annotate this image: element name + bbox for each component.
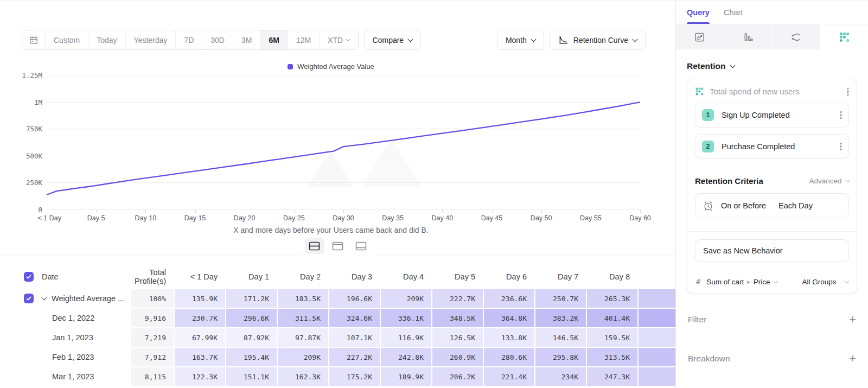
step-label: Purchase Completed: [722, 142, 832, 151]
range-custom[interactable]: Custom: [45, 30, 88, 49]
kebab-menu-icon[interactable]: [840, 111, 842, 119]
groups-dropdown[interactable]: All Groups: [802, 278, 848, 286]
property-arrow-icon: ▸: [747, 278, 750, 285]
tab-chart-label: Chart: [724, 8, 743, 17]
criteria-condition: On or Before: [721, 201, 766, 210]
row-checkbox[interactable]: [24, 272, 34, 282]
advanced-label: Advanced: [809, 177, 841, 185]
calendar-button[interactable]: [22, 30, 45, 49]
range-3m[interactable]: 3M: [233, 30, 260, 49]
column-header: Day 6: [484, 272, 534, 281]
chevron-down-icon: [531, 36, 536, 42]
value-cell: 189.9K: [381, 367, 431, 386]
tab-retention[interactable]: [820, 24, 868, 49]
compare-label: Compare: [373, 36, 404, 44]
kebab-menu-icon[interactable]: [847, 87, 849, 96]
range-12m[interactable]: 12M: [288, 30, 319, 49]
range-today[interactable]: Today: [88, 30, 125, 49]
report-kind-dropdown[interactable]: Retention: [676, 61, 868, 71]
toggle-split-view[interactable]: [305, 238, 324, 254]
x-tick-label: Day 60: [629, 214, 651, 222]
x-tick-label: Day 35: [382, 214, 404, 222]
range-30d[interactable]: 30D: [202, 30, 233, 49]
x-tick-label: Day 30: [333, 214, 354, 222]
retention-criteria-header: Retention Criteria Advanced: [695, 176, 849, 186]
range-yesterday[interactable]: Yesterday: [125, 30, 176, 49]
value-cell: 383.2K: [535, 309, 586, 327]
chevron-down-icon: [346, 37, 350, 41]
retention-table: DateTotal Profile(s)< 1 DayDay 1Day 2Day…: [0, 256, 675, 388]
calendar-icon: [29, 35, 39, 45]
retention-curve-icon: [558, 35, 569, 44]
toggle-chart-view[interactable]: [328, 238, 348, 254]
column-header: Day 2: [278, 272, 328, 281]
value-cell: 209K: [381, 289, 431, 308]
save-behavior-button[interactable]: Save as New Behavior: [695, 239, 849, 262]
value-cell: 97.87K: [278, 328, 328, 347]
filter-label: Filter: [688, 315, 706, 325]
tab-query[interactable]: Query: [687, 1, 710, 24]
tab-funnels[interactable]: [724, 24, 772, 49]
value-cell: 196.6K: [329, 289, 380, 308]
y-tick-label: 250K: [26, 179, 42, 187]
expand-caret-icon[interactable]: [42, 295, 47, 300]
column-header: Day 7: [535, 272, 586, 281]
row-checkbox[interactable]: [24, 294, 34, 303]
toggle-table-view[interactable]: [352, 238, 371, 254]
add-breakdown-button[interactable]: +: [849, 353, 856, 365]
measure-property[interactable]: Price: [754, 278, 770, 286]
value-cell: 146.5K: [535, 328, 586, 347]
table-row: Mar 1, 20238,115122.3K151.1K162.3K175.2K…: [0, 367, 675, 386]
range-7d[interactable]: 7D: [175, 30, 202, 49]
retention-criteria-row[interactable]: On or Before Each Day: [695, 193, 849, 218]
report-toolbar: CustomTodayYesterday7D30D3M6M12MXTD Comp…: [22, 30, 646, 50]
chevron-down-icon: [408, 36, 413, 42]
granularity-button[interactable]: Month: [497, 30, 544, 50]
column-header: Date: [0, 272, 130, 282]
value-cell: 311.5K: [278, 309, 328, 327]
tab-flows[interactable]: [773, 24, 820, 49]
add-filter-button[interactable]: +: [849, 314, 856, 326]
behavior-step[interactable]: 1Sign Up Completed: [695, 103, 849, 128]
value-cell: 195.4K: [226, 348, 277, 366]
alarm-clock-icon: [703, 200, 714, 212]
total-profiles-cell: 100%: [131, 289, 174, 308]
retention-criteria-label: Retention Criteria: [695, 176, 763, 186]
value-cell: 364.8K: [484, 309, 534, 327]
kebab-menu-icon[interactable]: [840, 142, 842, 151]
panel-tabs: Query Chart: [676, 1, 868, 24]
query-panel: Query Chart: [675, 1, 868, 388]
value-cell: 265.3K: [587, 289, 637, 308]
chart-type-label: Retention Curve: [573, 36, 628, 44]
retention-glyph-icon: [695, 87, 704, 96]
measure-event[interactable]: Sum of cart: [706, 278, 744, 286]
number-property-icon: #: [696, 277, 700, 286]
tab-insights[interactable]: [676, 24, 724, 49]
tab-chart[interactable]: Chart: [724, 1, 743, 24]
value-cell: 295.8K: [535, 348, 586, 366]
x-tick-label: Day 5: [87, 214, 105, 222]
value-cell: 230.7K: [175, 309, 225, 327]
advanced-dropdown[interactable]: Advanced: [809, 177, 849, 185]
step-number-badge: 1: [702, 109, 714, 121]
behavior-title: Total spend of new users: [710, 87, 841, 96]
column-header: Day 8: [587, 272, 637, 281]
date-cell: Jan 1, 2023: [0, 328, 130, 347]
chart-legend[interactable]: Weighted Average Value: [22, 62, 640, 71]
column-header: Day 4: [381, 272, 431, 281]
column-header: Total Profile(s): [131, 268, 174, 285]
value-cell: 159.5K: [587, 328, 637, 347]
behavior-step[interactable]: 2Purchase Completed: [695, 134, 849, 159]
x-tick-label: < 1 Day: [37, 214, 61, 222]
range-6m[interactable]: 6M: [260, 30, 287, 49]
value-cell: 67.99K: [175, 328, 225, 347]
chart-type-button[interactable]: Retention Curve: [550, 30, 646, 50]
x-tick-mark: [640, 210, 641, 213]
compare-button[interactable]: Compare: [364, 30, 422, 50]
layout-toggle-group: [301, 236, 375, 258]
retention-line: [47, 75, 640, 209]
criteria-window: Each Day: [778, 201, 813, 210]
value-cell: 151.1K: [226, 367, 277, 386]
range-xtd[interactable]: XTD: [319, 30, 358, 49]
value-cell: 209K: [278, 348, 328, 366]
